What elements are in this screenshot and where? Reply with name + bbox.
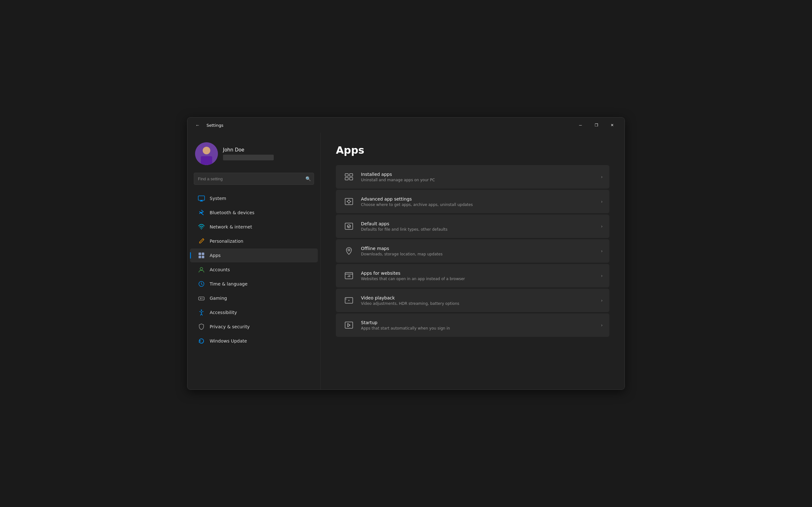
svg-rect-11 — [202, 256, 204, 258]
system-icon — [198, 194, 205, 202]
startup-title: Startup — [361, 320, 595, 325]
advanced-app-icon — [343, 195, 355, 208]
sidebar-item-update[interactable]: Windows Update — [190, 334, 318, 348]
minimize-button[interactable]: ─ — [573, 120, 588, 130]
installed-apps-chevron: › — [601, 174, 603, 179]
svg-rect-19 — [345, 177, 348, 180]
sidebar-item-personalization[interactable]: Personalization — [190, 234, 318, 248]
video-playback-desc: Video adjustments, HDR streaming, batter… — [361, 301, 595, 306]
svg-rect-24 — [345, 223, 353, 229]
sidebar-label-update: Windows Update — [210, 338, 247, 343]
installed-apps-icon — [343, 170, 355, 183]
sidebar-item-gaming[interactable]: Gaming — [190, 291, 318, 305]
svg-rect-30 — [345, 322, 353, 328]
title-bar-controls: ─ ❐ ✕ — [573, 120, 619, 130]
startup-chevron: › — [601, 323, 603, 328]
setting-installed-apps[interactable]: Installed apps Uninstall and manage apps… — [336, 165, 609, 188]
sidebar-item-privacy[interactable]: Privacy & security — [190, 320, 318, 334]
content-area: John Doe 🔍 System — [188, 133, 624, 389]
setting-default-apps[interactable]: Default apps Defaults for file and link … — [336, 215, 609, 238]
sidebar-item-accounts[interactable]: Accounts — [190, 263, 318, 277]
svg-point-29 — [349, 300, 350, 301]
video-playback-text: Video playback Video adjustments, HDR st… — [361, 295, 595, 306]
offline-maps-desc: Downloads, storage location, map updates — [361, 252, 595, 257]
sidebar-item-accessibility[interactable]: Accessibility — [190, 305, 318, 320]
svg-point-17 — [201, 309, 202, 311]
offline-maps-title: Offline maps — [361, 246, 595, 251]
apps-websites-desc: Websites that can open in an app instead… — [361, 277, 595, 281]
svg-point-23 — [348, 200, 350, 203]
default-apps-desc: Defaults for file and link types, other … — [361, 227, 595, 232]
installed-apps-text: Installed apps Uninstall and manage apps… — [361, 172, 595, 182]
svg-rect-18 — [345, 174, 348, 176]
user-tag — [223, 155, 274, 160]
apps-websites-icon — [343, 269, 355, 282]
sidebar-label-accessibility: Accessibility — [210, 310, 237, 315]
time-icon — [198, 280, 205, 288]
svg-point-12 — [200, 268, 203, 270]
back-button[interactable]: ← — [193, 120, 203, 130]
svg-point-15 — [202, 298, 203, 298]
avatar — [195, 142, 218, 165]
sidebar-item-bluetooth[interactable]: Bluetooth & devices — [190, 206, 318, 220]
personalization-icon — [198, 237, 205, 245]
sidebar-label-accounts: Accounts — [210, 267, 230, 272]
setting-apps-websites[interactable]: Apps for websites Websites that can open… — [336, 264, 609, 287]
sidebar-label-gaming: Gaming — [210, 296, 227, 301]
advanced-app-desc: Choose where to get apps, archive apps, … — [361, 203, 595, 207]
window-title: Settings — [206, 123, 223, 128]
default-apps-text: Default apps Defaults for file and link … — [361, 221, 595, 232]
installed-apps-title: Installed apps — [361, 172, 595, 177]
sidebar-item-system[interactable]: System — [190, 191, 318, 205]
svg-point-1 — [203, 147, 210, 154]
accessibility-icon — [198, 308, 205, 316]
advanced-app-text: Advanced app settings Choose where to ge… — [361, 196, 595, 207]
network-icon — [198, 223, 205, 231]
startup-text: Startup Apps that start automatically wh… — [361, 320, 595, 331]
svg-rect-5 — [200, 201, 203, 202]
apps-websites-text: Apps for websites Websites that can open… — [361, 271, 595, 281]
sidebar-label-bluetooth: Bluetooth & devices — [210, 210, 254, 215]
default-apps-chevron: › — [601, 224, 603, 229]
advanced-app-chevron: › — [601, 199, 603, 204]
svg-rect-9 — [202, 252, 204, 255]
main-content: Apps Installed apps Uninstall and manage… — [321, 133, 624, 389]
advanced-app-title: Advanced app settings — [361, 196, 595, 202]
gaming-icon — [198, 294, 205, 302]
title-bar: ← Settings ─ ❐ ✕ — [188, 118, 624, 133]
default-apps-title: Default apps — [361, 221, 595, 226]
sidebar-item-apps[interactable]: Apps — [190, 248, 318, 262]
accounts-icon — [198, 266, 205, 274]
apps-websites-title: Apps for websites — [361, 271, 595, 276]
maximize-button[interactable]: ❐ — [589, 120, 604, 130]
startup-icon — [343, 319, 355, 331]
svg-rect-3 — [201, 156, 212, 165]
user-info: John Doe — [223, 147, 274, 160]
offline-maps-text: Offline maps Downloads, storage location… — [361, 246, 595, 257]
setting-offline-maps[interactable]: Offline maps Downloads, storage location… — [336, 239, 609, 263]
page-title: Apps — [336, 144, 609, 156]
sidebar-item-time[interactable]: Time & language — [190, 277, 318, 291]
startup-desc: Apps that start automatically when you s… — [361, 326, 595, 331]
installed-apps-desc: Uninstall and manage apps on your PC — [361, 178, 595, 182]
sidebar-item-network[interactable]: Network & internet — [190, 220, 318, 234]
svg-rect-20 — [350, 174, 353, 176]
close-button[interactable]: ✕ — [605, 120, 619, 130]
svg-rect-10 — [199, 256, 201, 258]
sidebar-label-network: Network & internet — [210, 224, 252, 229]
search-box: 🔍 — [194, 173, 314, 185]
setting-advanced-app[interactable]: Advanced app settings Choose where to ge… — [336, 190, 609, 213]
svg-rect-8 — [199, 252, 201, 255]
sidebar-label-time: Time & language — [210, 281, 247, 286]
video-playback-chevron: › — [601, 298, 603, 303]
user-name: John Doe — [223, 147, 274, 153]
user-profile: John Doe — [188, 139, 320, 173]
setting-startup[interactable]: Startup Apps that start automatically wh… — [336, 314, 609, 337]
search-input[interactable] — [194, 173, 314, 185]
sidebar-label-personalization: Personalization — [210, 239, 243, 244]
setting-video-playback[interactable]: Video playback Video adjustments, HDR st… — [336, 289, 609, 312]
svg-rect-21 — [350, 177, 353, 180]
default-apps-icon — [343, 220, 355, 233]
sidebar: John Doe 🔍 System — [188, 133, 321, 389]
sidebar-label-system: System — [210, 196, 226, 201]
